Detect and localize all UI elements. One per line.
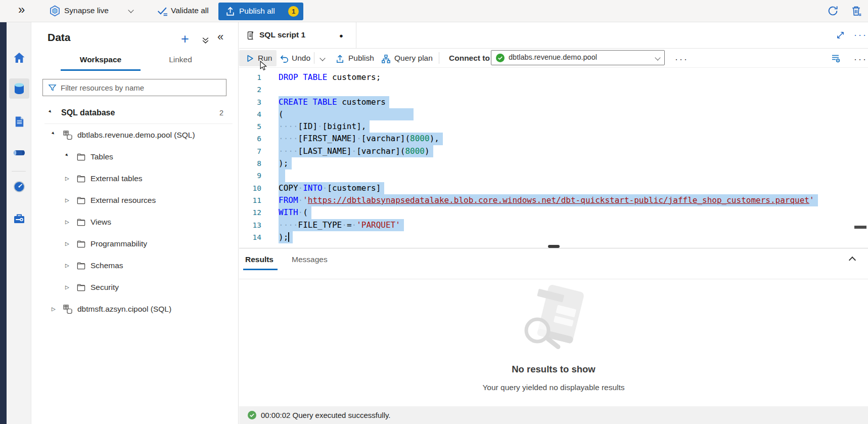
top-command-bar: » Synapse live Validate all Publish all … [0, 0, 868, 22]
selection-highlight: ( [279, 108, 414, 120]
tree-row[interactable]: ▷External tables [31, 167, 239, 189]
editor-scrollbar-thumb[interactable] [854, 226, 866, 229]
publish-button[interactable]: Publish [348, 54, 374, 63]
filter-input[interactable] [61, 83, 226, 92]
tree-row[interactable]: ▷Programmability [31, 233, 239, 255]
caret-collapsed-icon[interactable]: ▷ [65, 263, 73, 268]
database-cylinder-icon [13, 82, 26, 95]
toolbox-icon [13, 212, 26, 225]
folder-icon [76, 239, 86, 248]
pool-selector-dropdown[interactable]: dbtlabs.revenue.demo.pool [491, 50, 665, 65]
caret-expanded-icon[interactable]: ▸ [48, 108, 57, 117]
publish-icon [335, 54, 345, 64]
expand-panel-icon[interactable]: » [18, 3, 25, 17]
toolbar-separator [314, 52, 314, 64]
tree-row[interactable]: ▸dbtlabs.revenue.demo.pool (SQL) [31, 124, 239, 146]
tab-messages[interactable]: Messages [292, 255, 328, 264]
code-line[interactable]: 7····[LAST_NAME]·[varchar](8000) [239, 145, 868, 157]
code-line[interactable]: 3CREATE TABLE customers [239, 96, 868, 108]
collapse-panel-icon[interactable]: « [217, 30, 223, 44]
sidebar-item-monitor[interactable] [9, 177, 29, 197]
data-explorer-panel: Data + « Workspace Linked ▸ SQL database… [31, 22, 239, 424]
code-line[interactable]: 10COPY·INTO·[customers] [239, 182, 868, 194]
query-status-bar: 00:00:02 Query executed successfully. [239, 406, 868, 424]
code-line[interactable]: 4( [239, 108, 868, 120]
caret-collapsed-icon[interactable]: ▷ [65, 241, 73, 246]
code-line[interactable]: 6····[FIRST_NAME]·[varchar](8000), [239, 133, 868, 145]
sidebar-item-home[interactable] [9, 48, 29, 68]
tree-row[interactable]: ▷External resources [31, 189, 239, 211]
code-line[interactable]: 8); [239, 157, 868, 169]
tree-row[interactable]: ▷Schemas [31, 255, 239, 276]
home-icon [13, 51, 26, 64]
tree-node-label: Security [90, 283, 119, 292]
tab-results[interactable]: Results [245, 255, 273, 264]
code-line[interactable]: 14); [239, 231, 868, 243]
tab-linked[interactable]: Linked [141, 51, 220, 71]
environment-selector[interactable]: Synapse live [64, 6, 109, 15]
line-number: 1 [239, 71, 261, 83]
folder-icon [76, 282, 86, 292]
selection-highlight: ); [279, 231, 293, 243]
tab-sql-script-1[interactable]: SQL script 1 ● [239, 22, 356, 49]
tree-row[interactable]: ▸Tables [31, 146, 239, 167]
validate-all-button[interactable]: Validate all [171, 6, 209, 15]
results-top-border [239, 279, 868, 279]
selection-highlight: COPY·INTO·[customers] [279, 182, 384, 194]
toolbar-more-icon[interactable]: ··· [675, 57, 689, 62]
tree-row[interactable]: ▷dbtmsft.azsyn.cipool (SQL) [31, 298, 239, 320]
tree-row[interactable]: ▷Security [31, 276, 239, 298]
code-line[interactable]: 11FROM·'https://dbtlabsynapsedatalake.bl… [239, 194, 868, 206]
line-number: 8 [239, 157, 261, 169]
expand-editor-icon[interactable] [836, 30, 845, 40]
line-number: 3 [239, 96, 261, 108]
add-resource-button[interactable]: + [181, 33, 189, 45]
code-line[interactable]: 9 [239, 169, 868, 182]
caret-collapsed-icon[interactable]: ▷ [52, 306, 59, 312]
sql-script-icon [245, 30, 255, 40]
selection-highlight: ····[LAST_NAME]·[varchar](8000) [279, 145, 433, 157]
caret-collapsed-icon[interactable]: ▷ [65, 219, 73, 225]
caret-collapsed-icon[interactable]: ▷ [65, 284, 73, 290]
query-plan-button[interactable]: Query plan [394, 54, 433, 63]
caret-collapsed-icon[interactable]: ▷ [65, 197, 73, 203]
gauge-icon [13, 180, 26, 193]
code-line[interactable]: 5····[ID]·[bigint], [239, 120, 868, 133]
tree-rows: ▸dbtlabs.revenue.demo.pool (SQL)▸Tables▷… [31, 124, 239, 320]
trash-icon[interactable] [850, 5, 862, 17]
chevron-down-icon [655, 55, 660, 60]
toolbar-overflow-icon[interactable]: ··· [854, 57, 867, 62]
sql-code-editor[interactable]: 1DROP TABLE customers;23CREATE TABLE cus… [239, 68, 868, 248]
empty-state-title: No results to show [239, 364, 868, 375]
tabbar-more-icon[interactable]: ··· [854, 32, 867, 37]
sidebar-item-manage[interactable] [9, 208, 29, 229]
code-line[interactable]: 2 [239, 83, 868, 96]
chevron-down-icon[interactable] [129, 8, 133, 12]
sidebar-item-data[interactable] [9, 78, 29, 99]
undo-button[interactable]: Undo [292, 54, 310, 63]
sidebar-item-develop[interactable] [9, 111, 29, 132]
code-line[interactable]: 13····FILE_TYPE·=·'PARQUET' [239, 219, 868, 231]
tree-root-sql-database[interactable]: ▸ SQL database 2 [31, 102, 239, 123]
collapse-results-icon[interactable] [850, 258, 855, 263]
tree-row[interactable]: ▷Views [31, 211, 239, 233]
code-line[interactable]: 1DROP TABLE customers; [239, 71, 868, 83]
document-icon [13, 115, 26, 128]
caret-expanded-icon[interactable]: ▸ [51, 130, 60, 139]
line-number: 11 [239, 194, 261, 206]
publish-all-button[interactable]: Publish all 1 [218, 3, 303, 20]
undo-icon [280, 54, 289, 64]
caret-collapsed-icon[interactable]: ▷ [65, 176, 73, 181]
results-panel: Results Messages No results to show Your… [239, 248, 868, 406]
caret-expanded-icon[interactable]: ▸ [64, 152, 73, 161]
refresh-icon[interactable] [827, 5, 839, 17]
splitter-drag-handle[interactable] [548, 245, 560, 248]
view-settings-icon[interactable] [831, 53, 841, 63]
tree-node-label: Schemas [90, 261, 123, 270]
sidebar-item-integrate[interactable] [9, 143, 29, 163]
filter-box [42, 79, 226, 96]
collapse-all-icon[interactable] [201, 36, 210, 45]
code-line[interactable]: 12WITH·( [239, 206, 868, 219]
undo-dropdown-chevron-icon[interactable] [321, 56, 325, 60]
tab-workspace[interactable]: Workspace [61, 51, 141, 71]
